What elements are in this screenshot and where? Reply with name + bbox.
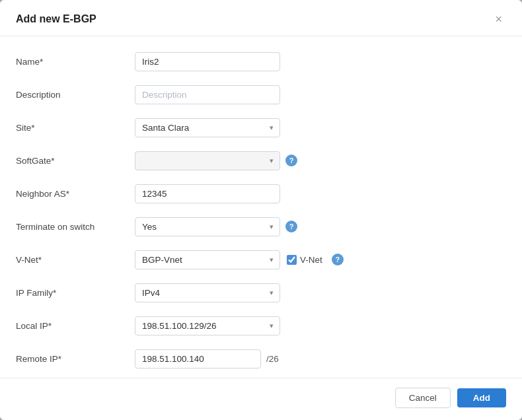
terminate-label: Terminate on switch (16, 222, 135, 232)
modal-title: Add new E-BGP (16, 13, 96, 25)
remote-ip-label: Remote IP* (16, 354, 135, 364)
name-row: Name* (16, 50, 506, 73)
add-button[interactable]: Add (457, 388, 506, 407)
close-button[interactable]: × (491, 12, 506, 26)
description-field-wrapper (135, 85, 280, 104)
vnet-checkbox[interactable] (287, 255, 297, 265)
neighbor-as-input[interactable] (135, 184, 280, 203)
cancel-button[interactable]: Cancel (395, 388, 451, 408)
softgate-label: SoftGate* (16, 156, 135, 166)
vnet-label: V-Net* (16, 255, 135, 265)
description-input[interactable] (135, 85, 280, 104)
name-input[interactable] (135, 52, 280, 71)
softgate-help-icon[interactable]: ? (285, 155, 297, 166)
remote-ip-input[interactable] (135, 349, 261, 368)
site-select[interactable]: Santa Clara (135, 118, 280, 137)
ip-family-row: IP Family* IPv4 IPv6 ▾ (16, 281, 506, 304)
remote-ip-suffix: /26 (266, 354, 279, 364)
remote-ip-row: Remote IP* /26 (16, 347, 506, 370)
local-ip-select-wrapper: 198.51.100.129/26 ▾ (135, 316, 280, 335)
ip-family-select[interactable]: IPv4 IPv6 (135, 283, 280, 302)
site-select-wrapper: Santa Clara ▾ (135, 118, 280, 137)
vnet-row: V-Net* BGP-Vnet ▾ V-Net ? (16, 248, 506, 271)
name-field-wrapper (135, 52, 280, 71)
vnet-select[interactable]: BGP-Vnet (135, 250, 280, 269)
terminate-row: Terminate on switch Yes No ▾ ? (16, 215, 506, 238)
modal-overlay: Add new E-BGP × Name* Description Sit (0, 0, 522, 420)
ip-family-select-wrapper: IPv4 IPv6 ▾ (135, 283, 280, 302)
description-row: Description (16, 83, 506, 106)
remote-ip-input-group: /26 (135, 349, 279, 368)
neighbor-as-label: Neighbor AS* (16, 189, 135, 199)
vnet-checkbox-wrapper: V-Net (287, 255, 322, 265)
terminate-select[interactable]: Yes No (135, 217, 280, 236)
name-label: Name* (16, 57, 135, 67)
vnet-help-icon[interactable]: ? (332, 254, 344, 265)
softgate-select[interactable] (135, 151, 280, 170)
neighbor-as-field-wrapper (135, 184, 280, 203)
modal-header: Add new E-BGP × (0, 0, 522, 36)
local-ip-select[interactable]: 198.51.100.129/26 (135, 316, 280, 335)
remote-ip-field-wrapper (135, 349, 261, 368)
softgate-row: SoftGate* ▾ ? (16, 149, 506, 172)
modal-body: Name* Description Site* Santa Clara (0, 36, 522, 378)
terminate-select-wrapper: Yes No ▾ (135, 217, 280, 236)
local-ip-row: Local IP* 198.51.100.129/26 ▾ (16, 314, 506, 337)
neighbor-as-row: Neighbor AS* (16, 182, 506, 205)
local-ip-label: Local IP* (16, 321, 135, 331)
vnet-checkbox-label: V-Net (300, 255, 322, 265)
terminate-help-icon[interactable]: ? (285, 221, 297, 232)
ip-family-label: IP Family* (16, 288, 135, 298)
add-ebgp-modal: Add new E-BGP × Name* Description Sit (0, 0, 522, 420)
site-row: Site* Santa Clara ▾ (16, 116, 506, 139)
softgate-select-wrapper: ▾ (135, 151, 280, 170)
vnet-select-wrapper: BGP-Vnet ▾ (135, 250, 280, 269)
description-label: Description (16, 90, 135, 100)
modal-footer: Cancel Add (0, 378, 522, 420)
site-label: Site* (16, 123, 135, 133)
vnet-extra: V-Net ? (287, 254, 344, 265)
